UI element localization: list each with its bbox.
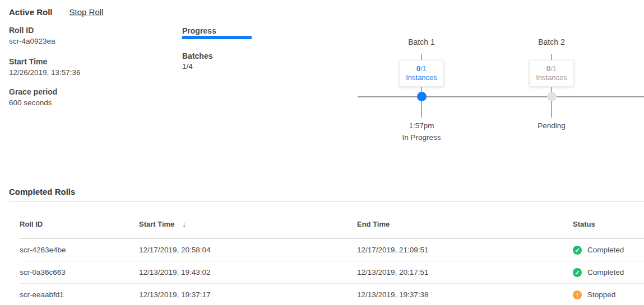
column-header-status: Status [573, 220, 644, 228]
cell-start-time: 12/17/2019, 20:58:04 [139, 246, 357, 254]
batch-time: Pending [538, 121, 566, 130]
table-row[interactable]: scr-0a36c663 12/13/2019, 19:43:02 12/13/… [20, 261, 644, 284]
cell-status: ✓ Completed [573, 268, 644, 277]
batch-instances-card[interactable]: 0/1 Instances [529, 60, 574, 87]
table-row[interactable]: scr-eeaabfd1 12/13/2019, 19:37:17 12/13/… [20, 284, 644, 305]
status-exclamation-icon: ! [573, 290, 582, 299]
column-header-end-time: End Time [357, 220, 573, 228]
column-header-roll-id: Roll ID [20, 220, 139, 228]
roll-id-value: scr-4a0923ea [9, 37, 55, 45]
progress-bar [182, 36, 252, 39]
status-label: Stopped [587, 290, 615, 299]
field-roll-id: Roll ID scr-4a0923ea [9, 26, 55, 45]
roll-id-label: Roll ID [9, 26, 55, 34]
status-check-icon: ✓ [573, 268, 582, 277]
instances-count: 0/1 [416, 64, 427, 73]
start-time-value: 12/26/2019, 13:57:36 [9, 68, 81, 77]
timeline-batch-2: Batch 2 0/1 Instances Pending [507, 38, 596, 133]
field-start-time: Start Time 12/26/2019, 13:57:36 [9, 58, 81, 77]
status-label: Completed [587, 268, 624, 276]
cell-end-time: 12/13/2019, 20:17:51 [357, 268, 573, 276]
completed-rolls-title: Completed Rolls [9, 187, 75, 196]
cell-end-time: 12/13/2019, 19:37:38 [357, 290, 573, 299]
instances-count: 0/1 [546, 64, 557, 73]
section-divider [9, 201, 644, 202]
cell-roll-id: scr-eeaabfd1 [20, 290, 139, 299]
batches-value: 1/4 [182, 62, 193, 71]
cell-roll-id: scr-0a36c663 [20, 268, 139, 276]
active-roll-header: Active Roll Stop Roll [9, 7, 103, 17]
timeline-batch-1: Batch 1 0/1 Instances 1:57pm In Progress [377, 38, 466, 142]
cell-status: ✓ Completed [573, 246, 644, 255]
field-grace-period: Grace period 600 seconds [9, 88, 57, 107]
cell-start-time: 12/13/2019, 19:37:17 [139, 290, 357, 299]
cell-end-time: 12/17/2019, 21:09:51 [357, 246, 573, 254]
connector-line [551, 54, 552, 60]
grace-period-value: 600 seconds [9, 98, 57, 107]
cell-status: ! Stopped [573, 290, 644, 299]
progress-label: Progress [182, 26, 216, 35]
table-row[interactable]: scr-4263e4be 12/17/2019, 20:58:04 12/17/… [20, 239, 644, 261]
active-roll-title: Active Roll [9, 7, 53, 17]
connector-line [551, 101, 552, 118]
cell-roll-id: scr-4263e4be [20, 246, 139, 254]
grace-period-label: Grace period [9, 88, 57, 96]
rolls-page: Active Roll Stop Roll Roll ID scr-4a0923… [0, 0, 644, 305]
stop-roll-link[interactable]: Stop Roll [70, 7, 104, 17]
timeline-dot [417, 92, 427, 101]
cell-start-time: 12/13/2019, 19:43:02 [139, 268, 357, 276]
batch-instances-card[interactable]: 0/1 Instances [399, 60, 444, 87]
instances-label: Instances [406, 73, 437, 82]
progress-bar-fill [182, 36, 252, 39]
batch-time: 1:57pm [409, 121, 434, 130]
timeline-dot [547, 92, 557, 101]
start-time-label: Start Time [9, 58, 81, 65]
batch-name: Batch 1 [408, 38, 434, 46]
completed-rolls-table: Roll ID Start Time↓ End Time Status scr-… [20, 220, 644, 305]
batch-name: Batch 2 [538, 38, 564, 46]
status-check-icon: ✓ [573, 246, 582, 255]
status-label: Completed [587, 246, 624, 254]
batches-label: Batches [182, 51, 212, 60]
table-header-row: Roll ID Start Time↓ End Time Status [20, 220, 644, 239]
connector-line [421, 101, 422, 118]
connector-line [421, 54, 422, 60]
sort-descending-icon[interactable]: ↓ [182, 220, 186, 228]
column-header-start-time[interactable]: Start Time↓ [139, 220, 357, 228]
batch-status: In Progress [402, 133, 441, 142]
instances-label: Instances [536, 73, 567, 82]
